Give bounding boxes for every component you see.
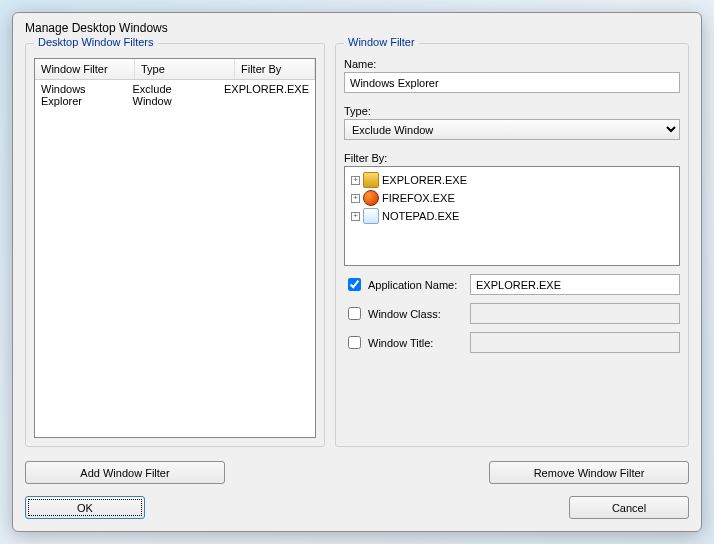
application-name-checkbox[interactable] — [348, 278, 361, 291]
type-label: Type: — [344, 105, 680, 117]
app-icon — [363, 190, 379, 206]
window-title-label: Window Title: — [368, 337, 433, 349]
app-icon — [363, 208, 379, 224]
cancel-button[interactable]: Cancel — [569, 496, 689, 519]
left-group-title: Desktop Window Filters — [34, 36, 158, 48]
filters-table[interactable]: Window Filter Type Filter By Windows Exp… — [34, 58, 316, 438]
filter-by-label: Filter By: — [344, 152, 680, 164]
tree-item[interactable]: +FIREFOX.EXE — [349, 189, 675, 207]
right-group-title: Window Filter — [344, 36, 419, 48]
name-input[interactable] — [344, 72, 680, 93]
window-class-input — [470, 303, 680, 324]
table-cell: Exclude Window — [127, 80, 219, 110]
tree-item-label: FIREFOX.EXE — [382, 192, 455, 204]
window-class-label: Window Class: — [368, 308, 441, 320]
window-title-input — [470, 332, 680, 353]
tree-expand-icon[interactable]: + — [351, 194, 360, 203]
application-name-input[interactable] — [470, 274, 680, 295]
manage-desktop-windows-dialog: Manage Desktop Windows Desktop Window Fi… — [12, 12, 702, 532]
table-header: Window Filter Type Filter By — [35, 59, 315, 80]
window-class-checkbox[interactable] — [348, 307, 361, 320]
tree-item[interactable]: +NOTEPAD.EXE — [349, 207, 675, 225]
tree-expand-icon[interactable]: + — [351, 176, 360, 185]
col-filter-by[interactable]: Filter By — [235, 59, 315, 79]
table-cell: EXPLORER.EXE — [218, 80, 315, 110]
col-window-filter[interactable]: Window Filter — [35, 59, 135, 79]
table-cell: Windows Explorer — [35, 80, 127, 110]
application-name-label: Application Name: — [368, 279, 457, 291]
tree-item-label: EXPLORER.EXE — [382, 174, 467, 186]
filter-by-tree[interactable]: +EXPLORER.EXE+FIREFOX.EXE+NOTEPAD.EXE — [344, 166, 680, 266]
ok-button[interactable]: OK — [25, 496, 145, 519]
tree-item[interactable]: +EXPLORER.EXE — [349, 171, 675, 189]
table-row[interactable]: Windows ExplorerExclude WindowEXPLORER.E… — [35, 80, 315, 110]
window-filter-group: Window Filter Name: Type: Exclude Window… — [335, 43, 689, 447]
app-icon — [363, 172, 379, 188]
window-class-row: Window Class: — [344, 303, 680, 324]
col-type[interactable]: Type — [135, 59, 235, 79]
desktop-window-filters-group: Desktop Window Filters Window Filter Typ… — [25, 43, 325, 447]
window-title-checkbox[interactable] — [348, 336, 361, 349]
add-window-filter-button[interactable]: Add Window Filter — [25, 461, 225, 484]
remove-window-filter-button[interactable]: Remove Window Filter — [489, 461, 689, 484]
application-name-row: Application Name: — [344, 274, 680, 295]
name-label: Name: — [344, 58, 680, 70]
tree-item-label: NOTEPAD.EXE — [382, 210, 459, 222]
window-title-row: Window Title: — [344, 332, 680, 353]
type-select[interactable]: Exclude Window — [344, 119, 680, 140]
tree-expand-icon[interactable]: + — [351, 212, 360, 221]
